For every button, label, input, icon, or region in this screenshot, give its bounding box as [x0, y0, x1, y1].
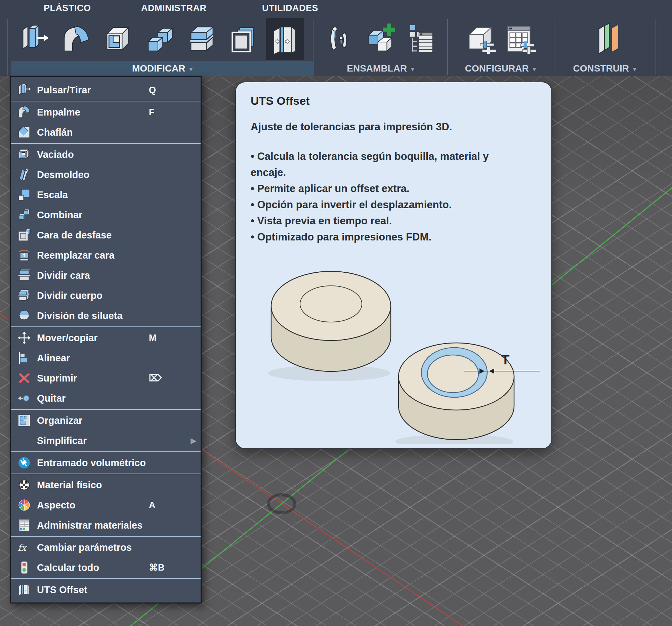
fillet-tool-button[interactable]	[57, 19, 94, 60]
toolbar-separator	[7, 19, 8, 75]
menu-item-organizar[interactable]: Organizar	[11, 410, 200, 430]
menu-separator	[11, 101, 200, 101]
menu-item-label: Combinar	[37, 209, 149, 221]
menu-separator	[11, 474, 200, 474]
menu-item-divisi-n-de-silueta[interactable]: División de silueta	[11, 306, 200, 326]
group-label-configurar[interactable]: CONFIGURAR ▾	[447, 61, 554, 76]
press-pull-tool-icon	[16, 22, 50, 56]
menu-separator	[11, 409, 200, 410]
silhouette-split-icon	[17, 308, 32, 323]
uts-offset-tooltip-panel: UTS Offset Ajuste de tolerancias para im…	[235, 82, 552, 449]
appearance-icon	[17, 497, 32, 513]
press-pull-tool-button[interactable]	[15, 19, 52, 60]
group-label-modificar[interactable]: MODIFICAR ▾	[11, 61, 314, 76]
menu-item-cara-de-desfase[interactable]: Cara de desfase	[11, 225, 200, 245]
menu-item-label: Organizar	[37, 415, 149, 426]
group-label-text: MODIFICAR	[132, 63, 186, 74]
manage-materials-icon	[17, 518, 32, 533]
tooltip-title: UTS Offset	[251, 94, 536, 107]
configure-cube-tool-button[interactable]	[461, 19, 498, 60]
menu-item-shortcut: Q	[149, 85, 188, 95]
split-body-tool-button[interactable]	[183, 19, 220, 60]
silhouette-split-tool-icon	[226, 22, 260, 56]
uts-offset-tool-button[interactable]	[267, 19, 304, 60]
split-body-icon	[17, 288, 32, 303]
menu-item-mover-copiar[interactable]: Mover/copiarM	[11, 328, 200, 348]
menu-item-combinar[interactable]: Combinar	[11, 205, 200, 225]
svg-text:fx: fx	[18, 542, 27, 553]
menu-item-desmoldeo[interactable]: Desmoldeo	[11, 165, 200, 185]
fillet-icon	[17, 104, 32, 120]
disc-plain	[271, 271, 391, 371]
tab-administrar[interactable]: ADMINISTRAR	[141, 0, 207, 16]
menu-item-simplificar[interactable]: Simplificar▶	[11, 430, 200, 451]
offset-face-icon	[17, 227, 32, 243]
configure-table-tool-button[interactable]	[501, 19, 538, 60]
menu-item-label: Dividir cara	[37, 270, 149, 281]
menu-item-escala[interactable]: Escala	[11, 185, 200, 205]
silhouette-split-tool-button[interactable]	[225, 19, 262, 60]
configure-table-tool-icon	[503, 22, 537, 56]
press-pull-icon	[17, 82, 32, 98]
menu-item-chafl-n[interactable]: Chaflán	[11, 122, 200, 142]
chevron-down-icon: ▾	[633, 65, 637, 73]
tooltip-bullet: • Optimizado para impresiones FDM.	[251, 229, 520, 245]
bom-tool-button[interactable]	[402, 19, 439, 60]
toolbar-separator	[655, 19, 656, 75]
compute-all-icon	[17, 560, 32, 575]
split-face-icon	[17, 268, 32, 283]
toolbar-group-configurar	[461, 18, 538, 60]
menu-item-vaciado[interactable]: Vaciado	[11, 144, 200, 165]
menu-item-label: Suprimir	[37, 373, 149, 384]
group-label-ensamblar[interactable]: ENSAMBLAR ▾	[314, 61, 447, 76]
menu-item-label: Mover/copiar	[37, 332, 149, 344]
joint-tool-icon	[321, 22, 356, 56]
menu-item-label: Simplificar	[37, 435, 149, 446]
menu-separator	[11, 143, 200, 144]
menu-item-alinear[interactable]: Alinear	[11, 348, 200, 368]
ribbon-header: PLÁSTICO ADMINISTRAR UTILIDADES	[0, 0, 672, 76]
menu-item-dividir-cara[interactable]: Dividir cara	[11, 265, 200, 285]
modificar-dropdown-menu: Pulsar/TirarQ EmpalmeF Chaflán Vaciado D…	[10, 76, 201, 603]
menu-item-label: UTS Offset	[37, 584, 149, 596]
menu-item-shortcut: M	[149, 333, 188, 343]
menu-item-calcular-todo[interactable]: Calcular todo⌘B	[11, 557, 200, 578]
scale-icon	[17, 187, 32, 202]
joint-tool-button[interactable]	[320, 19, 357, 60]
dimension-label-T: T	[501, 352, 509, 367]
menu-item-quitar[interactable]: Quitar	[11, 388, 200, 408]
menu-item-dividir-cuerpo[interactable]: Dividir cuerpo	[11, 285, 200, 306]
construct-plane-tool-button[interactable]	[589, 19, 626, 60]
menu-item-empalme[interactable]: EmpalmeF	[11, 102, 200, 122]
menu-separator	[11, 451, 200, 452]
menu-item-cambiar-par-metros[interactable]: fxCambiar parámetros	[11, 537, 200, 557]
menu-item-aspecto[interactable]: AspectoA	[11, 495, 200, 515]
new-component-tool-icon	[362, 22, 397, 56]
replace-face-icon	[17, 248, 32, 263]
tooltip-subtitle: Ajuste de tolerancias para impresión 3D.	[251, 121, 536, 133]
menu-item-label: Pulsar/Tirar	[37, 85, 149, 96]
menu-item-entramado-volum-trico[interactable]: Entramado volumétrico	[11, 453, 200, 473]
no-icon	[17, 433, 32, 448]
menu-item-suprimir[interactable]: Suprimir⌦	[11, 368, 200, 388]
group-label-text: ENSAMBLAR	[347, 63, 407, 74]
change-parameters-icon: fx	[17, 540, 32, 555]
menu-item-administrar-materiales[interactable]: Administrar materiales	[11, 515, 200, 535]
menu-item-label: Desmoldeo	[37, 169, 149, 180]
combine-tool-button[interactable]	[141, 19, 178, 60]
tooltip-bullet: • Permite aplicar un offset extra.	[251, 181, 520, 197]
menu-item-uts-offset[interactable]: UTS Offset	[11, 580, 200, 600]
menu-item-reemplazar-cara[interactable]: Reemplazar cara	[11, 245, 200, 265]
bom-tool-icon	[403, 22, 437, 56]
physical-material-icon	[17, 477, 32, 493]
tab-plastico[interactable]: PLÁSTICO	[44, 0, 91, 16]
group-label-construir[interactable]: CONSTRUIR ▾	[554, 61, 655, 76]
shell-tool-button[interactable]	[99, 19, 136, 60]
menu-item-pulsar-tirar[interactable]: Pulsar/TirarQ	[11, 80, 200, 100]
new-component-tool-button[interactable]	[361, 19, 398, 60]
menu-item-shortcut: ⌘B	[149, 562, 188, 573]
menu-item-label: Empalme	[37, 107, 149, 118]
tab-utilidades[interactable]: UTILIDADES	[262, 0, 318, 16]
menu-item-material-f-sico[interactable]: Material físico	[11, 475, 200, 495]
menu-item-shortcut: F	[149, 107, 188, 118]
